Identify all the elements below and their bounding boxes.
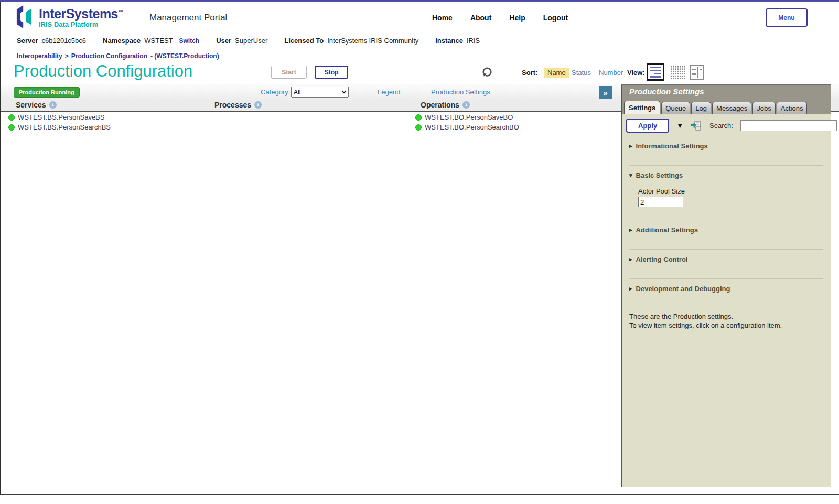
tab-log[interactable]: Log xyxy=(691,102,711,114)
nav-home[interactable]: Home xyxy=(432,14,453,22)
services-column-header: Services+ xyxy=(16,101,57,109)
panel-tabs: Settings Queue Log Messages Jobs Actions xyxy=(622,99,831,114)
view-detail-icon[interactable] xyxy=(690,65,704,82)
services-header-label: Services xyxy=(16,101,46,109)
section-informational-settings[interactable]: ▸Informational Settings xyxy=(629,136,823,165)
panel-title: Production Settings xyxy=(622,85,831,99)
add-operation-icon[interactable]: + xyxy=(462,101,470,109)
apply-button[interactable]: Apply xyxy=(626,119,669,133)
sort-by-name[interactable]: Name xyxy=(544,68,569,78)
licensed-to-label: Licensed To xyxy=(284,37,324,45)
page-frame: InterSystems™ IRIS Data Platform Managem… xyxy=(0,2,839,495)
operation-item[interactable]: WSTEST.BO.PersonSearchBO xyxy=(415,123,519,131)
server-value: c6b1201c5bc6 xyxy=(41,37,86,45)
section-label: Additional Settings xyxy=(636,226,698,234)
category-select[interactable]: All xyxy=(291,87,349,98)
expand-panel-button[interactable]: » xyxy=(599,86,612,99)
refresh-icon[interactable] xyxy=(482,67,493,80)
breadcrumb-separator: > xyxy=(65,52,69,60)
dropdown-arrow-icon[interactable]: ▼ xyxy=(676,122,683,130)
apply-toolbar: Apply ▼ Search: xyxy=(622,114,831,136)
sort-by-status[interactable]: Status xyxy=(572,69,591,77)
licensed-to-value: InterSystems IRIS Community xyxy=(327,37,418,45)
legend-link[interactable]: Legend xyxy=(378,88,400,96)
nav-logout[interactable]: Logout xyxy=(543,14,568,22)
service-item[interactable]: WSTEST.BS.PersonSaveBS xyxy=(8,113,111,121)
chevron-right-icon: ▸ xyxy=(629,143,632,149)
logo-text: InterSystems™ IRIS Data Platform xyxy=(39,5,123,28)
server-info-bar: Serverc6b1201c5bc6 NamespaceWSTESTSwitch… xyxy=(1,33,839,49)
section-basic-settings[interactable]: ▾Basic Settings Actor Pool Size xyxy=(629,165,823,220)
tab-actions[interactable]: Actions xyxy=(777,102,808,114)
namespace-value: WSTEST xyxy=(144,37,173,45)
tab-queue[interactable]: Queue xyxy=(661,102,690,114)
nav-about[interactable]: About xyxy=(470,14,491,22)
production-status-badge: Production Running xyxy=(14,87,80,98)
top-navigation: Home About Help Logout xyxy=(432,14,568,22)
production-settings-link[interactable]: Production Settings xyxy=(431,88,490,96)
section-alerting-control[interactable]: ▸Alerting Control xyxy=(629,249,823,278)
operations-header-label: Operations xyxy=(421,101,459,109)
section-label: Informational Settings xyxy=(636,142,708,150)
user-value: SuperUser xyxy=(235,37,267,45)
add-service-icon[interactable]: + xyxy=(49,101,57,109)
actor-pool-size-input[interactable] xyxy=(638,197,683,207)
tab-settings[interactable]: Settings xyxy=(624,101,660,114)
operation-name: WSTEST.BO.PersonSearchBO xyxy=(425,123,519,131)
tab-messages[interactable]: Messages xyxy=(712,102,751,114)
note-line-2: To view item settings, click on a config… xyxy=(629,321,823,330)
breadcrumb-interoperability[interactable]: Interoperability xyxy=(17,52,62,60)
license-info: Licensed ToInterSystems IRIS Community xyxy=(284,37,418,45)
production-settings-panel: Production Settings Settings Queue Log M… xyxy=(621,84,831,487)
namespace-label: Namespace xyxy=(103,37,141,45)
view-list-icon[interactable] xyxy=(647,63,664,81)
operations-list: WSTEST.BO.PersonSaveBO WSTEST.BO.PersonS… xyxy=(415,113,519,131)
user-label: User xyxy=(216,37,231,45)
search-label: Search: xyxy=(709,122,733,130)
section-development-debugging[interactable]: ▸Development and Debugging xyxy=(629,278,823,308)
intersystems-logo-icon xyxy=(16,5,35,30)
nav-help[interactable]: Help xyxy=(509,14,525,22)
section-additional-settings[interactable]: ▸Additional Settings xyxy=(629,220,823,249)
section-label: Development and Debugging xyxy=(636,285,730,293)
tab-jobs[interactable]: Jobs xyxy=(752,102,775,114)
breadcrumb-page: Production Configuration xyxy=(71,52,147,60)
chevron-right-icon: ▸ xyxy=(629,285,632,292)
logo-brand: InterSystems xyxy=(39,6,118,21)
services-list: WSTEST.BS.PersonSaveBS WSTEST.BS.PersonS… xyxy=(8,113,111,131)
service-name: WSTEST.BS.PersonSaveBS xyxy=(18,113,104,121)
processes-column-header: Processes+ xyxy=(214,101,262,109)
processes-header-label: Processes xyxy=(214,101,251,109)
sort-by-number[interactable]: Number xyxy=(599,69,623,77)
namespace-info: NamespaceWSTESTSwitch xyxy=(103,37,199,45)
status-dot-icon xyxy=(8,124,15,131)
portal-title: Management Portal xyxy=(149,13,227,23)
add-process-icon[interactable]: + xyxy=(254,101,262,109)
search-input[interactable] xyxy=(740,120,837,131)
server-label: Server xyxy=(17,37,38,45)
menu-button[interactable]: Menu xyxy=(766,8,808,27)
start-button[interactable]: Start xyxy=(271,66,307,79)
panel-note: These are the Production settings. To vi… xyxy=(629,312,823,330)
instance-label: Instance xyxy=(435,37,463,45)
service-item[interactable]: WSTEST.BS.PersonSearchBS xyxy=(8,123,111,131)
instance-value: IRIS xyxy=(467,37,480,45)
switch-link[interactable]: Switch xyxy=(179,37,200,45)
stop-button[interactable]: Stop xyxy=(315,66,348,79)
service-name: WSTEST.BS.PersonSearchBS xyxy=(18,123,111,131)
category-label: Category: xyxy=(261,88,290,96)
intersystems-logo: InterSystems™ IRIS Data Platform xyxy=(16,5,123,30)
user-info: UserSuperUser xyxy=(216,37,267,45)
chevron-right-icon: ▸ xyxy=(629,227,632,233)
sort-label: Sort: xyxy=(522,69,537,77)
content-area: Interoperability>Production Configuratio… xyxy=(1,49,839,495)
export-settings-icon[interactable] xyxy=(691,121,701,131)
view-grid-icon[interactable] xyxy=(670,65,685,79)
operations-column-header: Operations+ xyxy=(421,101,470,109)
operation-item[interactable]: WSTEST.BO.PersonSaveBO xyxy=(415,113,519,121)
breadcrumb-production-name: - (WSTEST.Production) xyxy=(150,52,219,60)
chevron-down-icon: ▾ xyxy=(629,172,632,179)
operation-name: WSTEST.BO.PersonSaveBO xyxy=(425,113,513,121)
server-info: Serverc6b1201c5bc6 xyxy=(17,37,86,45)
status-dot-icon xyxy=(8,114,15,121)
